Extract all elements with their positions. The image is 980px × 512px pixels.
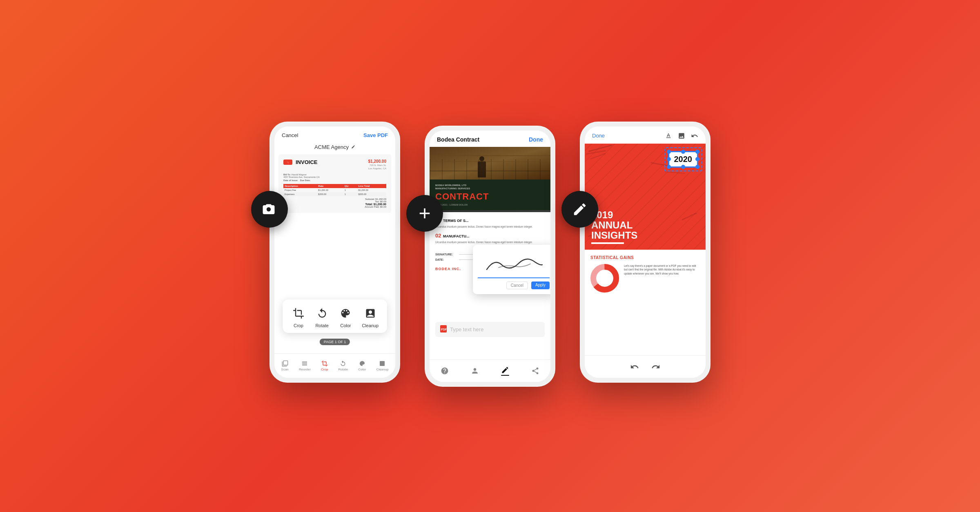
annual-cover: 2020 2019 ANNUAL INSIGHTS bbox=[585, 144, 706, 250]
undo-icon[interactable] bbox=[691, 132, 698, 140]
p3-header-icons bbox=[665, 132, 698, 140]
annual-text: 2019 ANNUAL INSIGHTS bbox=[591, 210, 637, 244]
text-placeholder: Type text here bbox=[450, 326, 483, 332]
p2-nav-share[interactable] bbox=[531, 367, 539, 375]
color-icon bbox=[338, 306, 353, 321]
stats-heading: STATISTICAL GAINS bbox=[590, 255, 700, 260]
pdf-icon: PDF bbox=[440, 325, 447, 334]
sig-cancel-button[interactable]: Cancel bbox=[506, 281, 528, 289]
cancel-button[interactable]: Cancel bbox=[282, 132, 298, 138]
crop-toolbar-card: Crop Rotate Color bbox=[283, 299, 387, 333]
svg-point-4 bbox=[598, 272, 611, 285]
p2-nav-help[interactable] bbox=[441, 367, 449, 375]
nav-reorder[interactable]: Reorder bbox=[299, 360, 311, 371]
stats-body-text: Let's say there's a paper document or a … bbox=[624, 264, 700, 276]
done-button[interactable]: Done bbox=[529, 136, 543, 143]
undo-bottom-icon[interactable] bbox=[630, 362, 639, 371]
crop-tool[interactable]: Crop bbox=[291, 306, 306, 328]
page-indicator: PAGE 1 OF 1 bbox=[320, 339, 350, 345]
text-input-area[interactable]: PDF Type text here bbox=[435, 322, 545, 337]
phone-1-screen: Cancel Save PDF ACME Agency 🔖 INVOICE bbox=[274, 126, 395, 378]
signature-pad: Cancel Apply bbox=[473, 245, 550, 294]
stats-area: STATISTICAL GAINS Let's say there's a pa… bbox=[585, 250, 706, 298]
p3-bottom-nav bbox=[585, 355, 706, 378]
phone-1: Cancel Save PDF ACME Agency 🔖 INVOICE bbox=[270, 122, 400, 383]
p2-nav-person[interactable] bbox=[471, 367, 479, 375]
p3-done-button[interactable]: Done bbox=[592, 133, 605, 139]
p3-header: Done bbox=[585, 126, 706, 144]
svg-text:PDF: PDF bbox=[441, 328, 447, 331]
p2-nav-sign[interactable] bbox=[501, 366, 509, 376]
p1-header: Cancel Save PDF bbox=[274, 126, 395, 142]
nav-color[interactable]: Color bbox=[358, 360, 366, 371]
term-2: 02 MANUFACTU... Ulcundus inurdum posuere… bbox=[435, 232, 545, 244]
sig-pad-buttons: Cancel Apply bbox=[478, 281, 550, 289]
p1-title: ACME Agency bbox=[274, 142, 395, 154]
year-badge: 2020 bbox=[668, 151, 699, 168]
bodea-contract-title: Bodea Contract bbox=[437, 136, 479, 143]
sig-apply-button[interactable]: Apply bbox=[531, 281, 550, 289]
image-icon[interactable] bbox=[678, 132, 685, 140]
invoice-document: 🔖 INVOICE $1,200.00 718 N. Main St.Los A… bbox=[278, 154, 391, 213]
phone-2-screen: Bodea Contract Done BODEA WORL bbox=[430, 131, 550, 382]
nav-crop-active[interactable]: Crop bbox=[321, 360, 328, 371]
p1-bottom-nav: Scan Reorder Crop Rotate Color bbox=[274, 353, 395, 378]
p2-bottom-nav bbox=[430, 359, 550, 382]
cleanup-icon bbox=[363, 306, 378, 321]
donut-chart bbox=[590, 264, 619, 293]
nav-scan[interactable]: Scan bbox=[281, 360, 289, 371]
rotate-icon bbox=[315, 306, 330, 321]
phone-2: Bodea Contract Done BODEA WORL bbox=[425, 126, 555, 387]
camera-icon-badge bbox=[251, 191, 288, 228]
p2-header: Bodea Contract Done bbox=[430, 131, 550, 147]
phone-3-screen: Done bbox=[585, 126, 706, 378]
nav-rotate[interactable]: Rotate bbox=[339, 360, 348, 371]
invoice-badge: 🔖 bbox=[283, 160, 292, 165]
phone-3: Done bbox=[580, 122, 710, 383]
crop-icon bbox=[291, 306, 306, 321]
warehouse-photo bbox=[430, 147, 550, 180]
color-tool[interactable]: Color bbox=[338, 306, 353, 328]
invoice-table: Description Rate Qty Line Total Project … bbox=[283, 184, 386, 196]
cleanup-tool[interactable]: Cleanup bbox=[362, 306, 379, 328]
save-pdf-button[interactable]: Save PDF bbox=[363, 132, 388, 138]
rotate-tool[interactable]: Rotate bbox=[315, 306, 330, 328]
signature-canvas[interactable] bbox=[478, 250, 550, 278]
pencil-icon-badge bbox=[561, 191, 598, 228]
nav-cleanup[interactable]: Cleanup bbox=[376, 360, 389, 371]
plus-icon-badge bbox=[406, 195, 443, 232]
redo-bottom-icon[interactable] bbox=[651, 362, 660, 371]
contract-cover: BODEA WORLDWIDE, LTD MANUFACTURING SERVI… bbox=[430, 147, 550, 212]
term-1: 01 TERMS OF S... Ulcundus inurdum posuer… bbox=[435, 216, 545, 228]
text-format-icon[interactable] bbox=[665, 132, 672, 140]
